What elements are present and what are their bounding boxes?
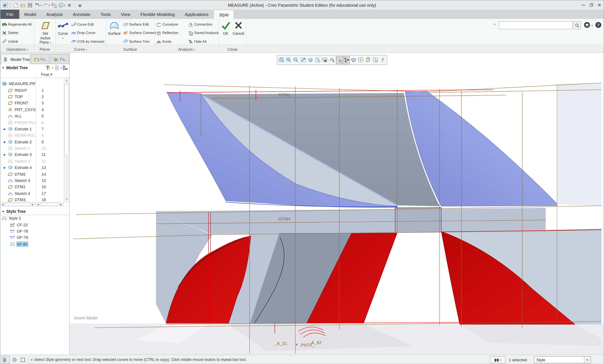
axis-a62-label[interactable]: A_62 bbox=[311, 340, 322, 345]
tree-row-sketch-3[interactable]: Sketch 315 bbox=[0, 177, 64, 184]
expand-arrow-icon[interactable]: ▶ bbox=[4, 140, 8, 143]
undo-button[interactable] bbox=[34, 2, 40, 8]
chevron-down-icon[interactable]: ▾ bbox=[60, 66, 62, 69]
search-input[interactable] bbox=[499, 21, 573, 29]
tree-row-front[interactable]: FRONT3 bbox=[0, 100, 64, 106]
tree-row-sketch-1[interactable]: Sketch 110 bbox=[0, 145, 64, 152]
mid-band-surface[interactable] bbox=[156, 208, 546, 234]
tab-model[interactable]: Model bbox=[19, 10, 41, 19]
save-button[interactable] bbox=[26, 2, 33, 8]
tree-row-prt-csys-d[interactable]: PRT_CSYS_D4 bbox=[0, 106, 64, 113]
chevron-down-icon[interactable]: ▾ bbox=[64, 4, 65, 7]
open-button[interactable] bbox=[19, 2, 26, 8]
tree-row-dtm1[interactable]: DTM116 bbox=[0, 184, 64, 190]
curvature-button[interactable]: Curvature bbox=[155, 20, 187, 29]
navigator-tab-model-tree[interactable]: Model Tree bbox=[1, 54, 30, 64]
close-window-button[interactable] bbox=[66, 2, 73, 8]
expand-arrow-icon[interactable]: ▶ bbox=[4, 153, 8, 156]
style-row-sf-80[interactable]: SF-80 bbox=[0, 241, 69, 247]
learning-center-button[interactable] bbox=[584, 22, 590, 28]
tree-row-all[interactable]: ALL5 bbox=[0, 113, 64, 119]
tab-applications[interactable]: Applications bbox=[180, 10, 214, 19]
customize-quick-access-button[interactable] bbox=[76, 2, 83, 8]
display-style-button[interactable] bbox=[307, 56, 314, 64]
repaint-button[interactable] bbox=[300, 56, 306, 64]
tree-row-dtm2[interactable]: DTM214 bbox=[0, 171, 64, 177]
dtm1-datum-label[interactable]: DTM1 bbox=[278, 92, 290, 97]
expand-arrow-icon[interactable]: ▶ bbox=[4, 127, 8, 130]
chevron-down-icon[interactable]: ▾ bbox=[52, 66, 53, 69]
tree-row-front-plat[interactable]: FRONT-PLAT6 bbox=[0, 119, 64, 126]
ok-button[interactable]: OK bbox=[220, 20, 231, 36]
tree-row-extrude-4[interactable]: ▶Extrude 413 bbox=[0, 164, 64, 171]
set-active-plane-button[interactable]: Set Active Plane ▾ bbox=[37, 20, 53, 45]
delete-button[interactable]: Delete bbox=[0, 29, 34, 37]
restore-button[interactable] bbox=[587, 0, 595, 10]
tree-settings-icon[interactable] bbox=[54, 65, 60, 70]
active-plane-orientation-button[interactable] bbox=[365, 56, 371, 64]
curve-edit-button[interactable]: Curve Edit bbox=[69, 20, 106, 29]
cancel-button[interactable]: Cancel bbox=[232, 20, 245, 36]
surface-button[interactable]: Surface bbox=[107, 20, 121, 36]
grid-display-button[interactable] bbox=[357, 56, 364, 64]
tab-file[interactable]: File bbox=[0, 10, 19, 19]
scroll-down-arrow[interactable]: ▼ bbox=[64, 196, 69, 202]
pnt0-point-marker[interactable]: × bbox=[295, 342, 298, 347]
navigator-tab-fo[interactable]: Fo... bbox=[31, 54, 50, 64]
unlink-button[interactable]: Unlink bbox=[0, 37, 34, 46]
tab-tools[interactable]: Tools bbox=[95, 10, 116, 19]
orientation-center-button[interactable] bbox=[350, 56, 357, 64]
chevron-down-icon[interactable]: ▾ bbox=[591, 24, 593, 27]
tree-row-sketch-2[interactable]: Sketch 212 bbox=[0, 158, 64, 164]
view-manager-button[interactable] bbox=[321, 56, 328, 64]
connection-button[interactable]: Connection bbox=[187, 20, 218, 29]
expand-arrow-icon[interactable]: ▶ bbox=[4, 166, 8, 169]
regenerate-button[interactable] bbox=[50, 2, 57, 8]
tab-flexible-modeling[interactable]: Flexible Modeling bbox=[136, 10, 180, 19]
tree-row-measure-prt[interactable]: MEASURE.PRT bbox=[0, 81, 64, 87]
graphics-area[interactable]: DTM1 DTM4 _A_31 × PNT0_ A_62 Insert Mode bbox=[70, 53, 604, 355]
surface-trim-button[interactable]: Surface Trim bbox=[122, 37, 154, 46]
tab-view[interactable]: View bbox=[116, 10, 135, 19]
surface-connect-button[interactable]: Surface Connect bbox=[122, 29, 154, 37]
collapse-tree-icon[interactable]: ▼ bbox=[2, 66, 5, 69]
reflection-button[interactable]: Reflection bbox=[155, 29, 187, 37]
scroll-thumb[interactable] bbox=[65, 84, 69, 156]
toggle-fullscreen-button[interactable] bbox=[19, 356, 26, 363]
app-menu-button[interactable] bbox=[2, 2, 8, 8]
curve-group-label[interactable]: Curve ▾ bbox=[56, 47, 106, 51]
operations-group-label[interactable]: Operations ▾ bbox=[0, 47, 34, 51]
tree-row-extrude-2[interactable]: ▶Extrude 29 bbox=[0, 138, 64, 145]
mirror-display-button[interactable] bbox=[379, 56, 386, 64]
knots-button[interactable]: Knots bbox=[155, 37, 187, 46]
selection-filter-select[interactable]: Style ▼ bbox=[534, 356, 591, 363]
name-column-scrollbar[interactable]: ◀▶ bbox=[0, 202, 36, 206]
datum-display-filters-button[interactable] bbox=[329, 56, 335, 64]
close-button[interactable] bbox=[595, 0, 603, 10]
analysis-group-label[interactable]: Analysis ▾ bbox=[155, 47, 218, 51]
tree-row-sketch-4[interactable]: Sketch 417 bbox=[0, 190, 64, 196]
tab-annotate[interactable]: Annotate bbox=[68, 10, 95, 19]
style-row-style-2[interactable]: Style 2 bbox=[0, 215, 69, 221]
search-button[interactable] bbox=[573, 21, 581, 29]
tree-vertical-scrollbar[interactable]: ▲ ▼ bbox=[64, 78, 69, 202]
toggle-browser-button[interactable] bbox=[11, 356, 18, 363]
find-tool-button[interactable]: ▾ bbox=[490, 356, 505, 363]
saved-analysis-button[interactable]: Saved Analysis bbox=[187, 29, 218, 37]
annotation-display-button[interactable] bbox=[336, 56, 342, 64]
collapse-style-tree-icon[interactable]: ▼ bbox=[2, 210, 5, 213]
saved-orientations-button[interactable] bbox=[314, 56, 321, 64]
dtm4-datum-label[interactable]: DTM4 bbox=[278, 216, 290, 221]
window-grid-button[interactable] bbox=[372, 56, 378, 64]
style-row-of-78[interactable]: OF-78 bbox=[0, 228, 69, 234]
hide-all-button[interactable]: Hide All bbox=[187, 37, 218, 46]
feat-column-header[interactable]: Feat # bbox=[41, 72, 52, 77]
drop-curve-button[interactable]: Drop Curve bbox=[69, 29, 106, 37]
chevron-down-icon[interactable]: ▾ bbox=[49, 4, 50, 7]
tree-row-right[interactable]: RIGHT1 bbox=[0, 87, 64, 94]
navigator-tab-fa[interactable]: Fa... bbox=[50, 54, 69, 64]
redo-button[interactable] bbox=[42, 2, 49, 8]
chevron-down-icon[interactable]: ▾ bbox=[40, 4, 41, 7]
tab-analysis[interactable]: Analysis bbox=[41, 10, 68, 19]
feat-column-scrollbar[interactable]: ◀▶ bbox=[36, 202, 64, 206]
